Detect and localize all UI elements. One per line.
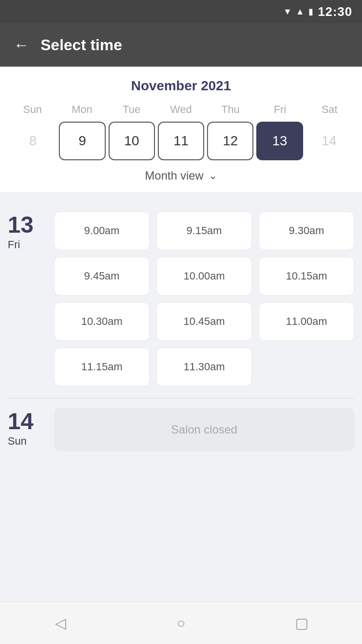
page-title: Select time [41,36,122,54]
signal-icon: ▲ [296,7,305,17]
weekday-tue: Tue [107,103,156,116]
weekdays-row: Sun Mon Tue Wed Thu Fri Sat [8,103,354,116]
day-block-14: 14 Sun Salon closed [8,398,354,463]
calendar-section: November 2021 Sun Mon Tue Wed Thu Fri Sa… [0,67,362,192]
nav-back-icon: ◁ [55,615,66,631]
weekday-sun: Sun [8,103,57,116]
time-slot-945am[interactable]: 9.45am [54,257,150,295]
wifi-icon: ▼ [283,7,292,17]
day-8: 8 [10,122,56,160]
weekday-wed: Wed [156,103,206,116]
battery-icon: ▮ [308,6,313,17]
time-slot-1045am[interactable]: 10.45am [156,302,252,341]
time-slot-930am[interactable]: 9.30am [259,211,354,250]
day-number-14: 14 [8,410,33,433]
day-10[interactable]: 10 [109,122,155,160]
time-slot-1130am[interactable]: 11.30am [156,348,252,386]
month-view-toggle[interactable]: Month view ⌄ [8,160,354,192]
day-9[interactable]: 9 [59,122,105,160]
time-slot-1015am[interactable]: 10.15am [259,257,354,295]
days-row: 8 9 10 11 12 13 14 [8,122,354,160]
time-slot-1030am[interactable]: 10.30am [54,302,150,341]
day-block-13: 13 Fri 9.00am 9.15am 9.30am 9.45am 10.00… [8,202,354,398]
nav-back-button[interactable]: ◁ [48,611,72,635]
weekday-sat: Sat [305,103,354,116]
day-label-13: 13 Fri [8,211,46,386]
weekday-thu: Thu [206,103,255,116]
day-name-14: Sun [8,435,27,448]
times-section: 13 Fri 9.00am 9.15am 9.30am 9.45am 10.00… [0,192,362,505]
app-header: ← Select time [0,23,362,67]
bottom-nav: ◁ ○ ▢ [0,602,362,644]
status-time: 12:30 [318,4,353,19]
status-bar: ▼ ▲ ▮ 12:30 [0,0,362,23]
day-label-14: 14 Sun [8,408,46,451]
nav-home-button[interactable]: ○ [169,611,193,635]
nav-recents-icon: ▢ [295,615,308,631]
time-slot-915am[interactable]: 9.15am [156,211,252,250]
salon-closed-block: Salon closed [54,408,354,451]
salon-closed-label: Salon closed [171,423,237,436]
time-slots-13: 9.00am 9.15am 9.30am 9.45am 10.00am 10.1… [54,211,354,386]
day-name-13: Fri [8,238,20,251]
day-12[interactable]: 12 [207,122,253,160]
day-number-13: 13 [8,213,33,237]
time-slot-1100am[interactable]: 11.00am [259,302,354,341]
time-slot-1000am[interactable]: 10.00am [156,257,252,295]
nav-home-icon: ○ [177,615,185,631]
weekday-fri: Fri [255,103,305,116]
month-year-label: November 2021 [8,78,354,94]
day-14: 14 [306,122,352,160]
chevron-down-icon: ⌄ [209,169,217,182]
day-13[interactable]: 13 [256,122,303,160]
bottom-spacer [8,463,354,505]
time-slot-1115am[interactable]: 11.15am [54,348,150,386]
weekday-mon: Mon [57,103,107,116]
back-button[interactable]: ← [14,37,29,53]
month-view-label: Month view [145,169,203,182]
nav-recents-button[interactable]: ▢ [290,611,314,635]
day-11[interactable]: 11 [158,122,204,160]
status-icons: ▼ ▲ ▮ [283,6,313,17]
time-slot-900am[interactable]: 9.00am [54,211,150,250]
